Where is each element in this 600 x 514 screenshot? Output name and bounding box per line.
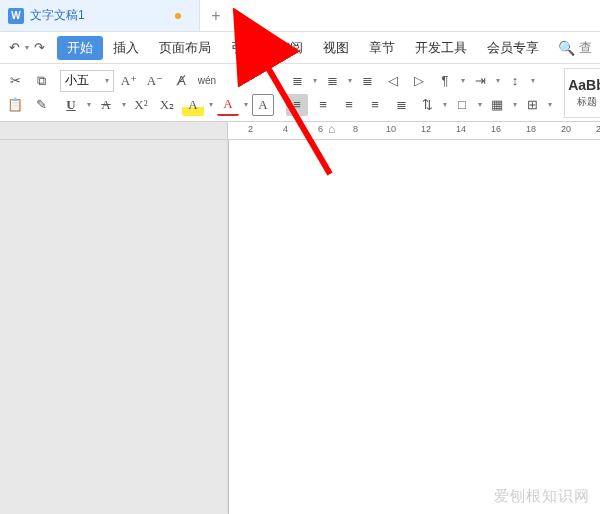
sort-button[interactable]: ⊞ — [521, 94, 543, 116]
cut-button[interactable]: ✂ — [4, 70, 26, 92]
new-tab-button[interactable]: + — [200, 0, 232, 32]
paragraph-group: ≣▾ ≣▾ ≣ ◁ ▷ ¶▾ ⇥▾ ↕▾ ≡ ≡ ≡ ≡ ≣ ⇅▾ □▾ ▦▾ … — [282, 68, 556, 118]
style-label: 标题 4 — [577, 95, 600, 109]
tab-dev-tools[interactable]: 开发工具 — [405, 35, 477, 61]
font-size-selector[interactable]: 小五 ▾ — [60, 70, 114, 92]
chevron-down-icon[interactable]: ▾ — [443, 100, 447, 109]
font-group: 小五 ▾ A⁺ A⁻ A̸ wén U▾ A▾ X² X₂ A▾ A▾ A — [56, 68, 278, 118]
ruler-tick: 8 — [353, 124, 358, 134]
document-tab[interactable]: W 文字文稿1 — [0, 0, 200, 31]
numbering-button[interactable]: ≣ — [321, 70, 343, 92]
distribute-button[interactable]: ≣ — [390, 94, 412, 116]
tab-member[interactable]: 会员专享 — [477, 35, 549, 61]
title-bar: W 文字文稿1 + — [0, 0, 600, 32]
tab-reference[interactable]: 引用 — [221, 35, 267, 61]
chevron-down-icon[interactable]: ▾ — [478, 100, 482, 109]
chevron-down-icon[interactable]: ▾ — [548, 100, 552, 109]
ruler-tick: 22 — [596, 124, 600, 134]
ruler-track: ⌂ 2 4 6 8 10 12 14 16 18 20 22 — [228, 122, 600, 139]
clipboard-group: ✂ ⧉ 📋 ✎ — [0, 68, 56, 118]
chevron-down-icon[interactable]: ▾ — [244, 100, 248, 109]
ruler-margin — [0, 122, 228, 139]
decrease-indent-button[interactable]: ◁ — [382, 70, 404, 92]
bullets-button[interactable]: ≣ — [286, 70, 308, 92]
strikethrough-button[interactable]: A — [95, 94, 117, 116]
menu-bar: ↶ ▾ ↷ 开始 插入 页面布局 引用 审阅 视图 章节 开发工具 会员专享 🔍… — [0, 32, 600, 64]
underline-button[interactable]: U — [60, 94, 82, 116]
shading-button[interactable]: □ — [451, 94, 473, 116]
clear-format-button[interactable]: A̸ — [170, 70, 192, 92]
line-spacing-button[interactable]: ⇅ — [416, 94, 438, 116]
subscript-button[interactable]: X₂ — [156, 94, 178, 116]
multilevel-list-button[interactable]: ≣ — [356, 70, 378, 92]
ruler-tick: 18 — [526, 124, 536, 134]
ribbon: ✂ ⧉ 📋 ✎ 小五 ▾ A⁺ A⁻ A̸ wén U▾ A▾ X² X₂ A▾… — [0, 64, 600, 122]
search-box[interactable]: 🔍 查 — [554, 39, 596, 57]
phonetic-guide-button[interactable]: wén — [196, 70, 218, 92]
style-heading-4[interactable]: AaBbC 标题 4 — [565, 69, 600, 117]
ruler-tick: 12 — [421, 124, 431, 134]
ruler-tick: 20 — [561, 124, 571, 134]
horizontal-ruler[interactable]: ⌂ 2 4 6 8 10 12 14 16 18 20 22 — [0, 122, 600, 140]
font-color-button[interactable]: A — [217, 94, 239, 116]
paste-button[interactable]: 📋 — [4, 94, 26, 116]
text-direction-button[interactable]: ↕ — [504, 70, 526, 92]
chevron-down-icon[interactable]: ▾ — [209, 100, 213, 109]
char-border-button[interactable]: A — [252, 94, 274, 116]
align-center-button[interactable]: ≡ — [312, 94, 334, 116]
redo-button[interactable]: ↷ — [29, 38, 49, 58]
font-size-value: 小五 — [65, 72, 89, 89]
tab-page-layout[interactable]: 页面布局 — [149, 35, 221, 61]
doc-type-icon: W — [8, 8, 24, 24]
borders-button[interactable]: ▦ — [486, 94, 508, 116]
search-placeholder: 查 — [579, 39, 592, 57]
chevron-down-icon[interactable]: ▾ — [87, 100, 91, 109]
document-area — [0, 140, 600, 514]
tab-view[interactable]: 视图 — [313, 35, 359, 61]
watermark-text: 爱刨根知识网 — [494, 487, 590, 506]
chevron-down-icon[interactable]: ▾ — [513, 100, 517, 109]
undo-button[interactable]: ↶ — [4, 38, 24, 58]
chevron-down-icon[interactable]: ▾ — [531, 76, 535, 85]
ruler-tick: 6 — [318, 124, 323, 134]
superscript-button[interactable]: X² — [130, 94, 152, 116]
highlight-button[interactable]: A — [182, 94, 204, 116]
align-justify-button[interactable]: ≡ — [364, 94, 386, 116]
ruler-tick: 4 — [283, 124, 288, 134]
document-title: 文字文稿1 — [30, 7, 85, 24]
chevron-down-icon[interactable]: ▾ — [496, 76, 500, 85]
tab-stops-button[interactable]: ⇥ — [469, 70, 491, 92]
tab-review[interactable]: 审阅 — [267, 35, 313, 61]
ruler-tick: 10 — [386, 124, 396, 134]
styles-gallery[interactable]: AaBbC 标题 4 AaBbCcD 脚注文 — [564, 68, 600, 118]
grow-font-button[interactable]: A⁺ — [118, 70, 140, 92]
chevron-down-icon[interactable]: ▾ — [461, 76, 465, 85]
chevron-down-icon: ▾ — [105, 76, 109, 85]
unsaved-indicator — [175, 13, 181, 19]
align-right-button[interactable]: ≡ — [338, 94, 360, 116]
paragraph-marks-button[interactable]: ¶ — [434, 70, 456, 92]
increase-indent-button[interactable]: ▷ — [408, 70, 430, 92]
tab-chapter[interactable]: 章节 — [359, 35, 405, 61]
ruler-tick: 14 — [456, 124, 466, 134]
tab-insert[interactable]: 插入 — [103, 35, 149, 61]
style-preview: AaBbC — [568, 77, 600, 93]
chevron-down-icon[interactable]: ▾ — [313, 76, 317, 85]
indent-marker-icon[interactable]: ⌂ — [328, 122, 335, 136]
format-painter-button[interactable]: ✎ — [30, 94, 52, 116]
chevron-down-icon[interactable]: ▾ — [348, 76, 352, 85]
search-icon: 🔍 — [558, 40, 575, 56]
copy-button[interactable]: ⧉ — [30, 70, 52, 92]
shrink-font-button[interactable]: A⁻ — [144, 70, 166, 92]
ruler-tick: 16 — [491, 124, 501, 134]
chevron-down-icon[interactable]: ▾ — [122, 100, 126, 109]
tab-start[interactable]: 开始 — [57, 36, 103, 60]
document-page[interactable] — [228, 140, 600, 514]
page-gutter — [0, 140, 228, 514]
ruler-tick: 2 — [248, 124, 253, 134]
align-left-button[interactable]: ≡ — [286, 94, 308, 116]
